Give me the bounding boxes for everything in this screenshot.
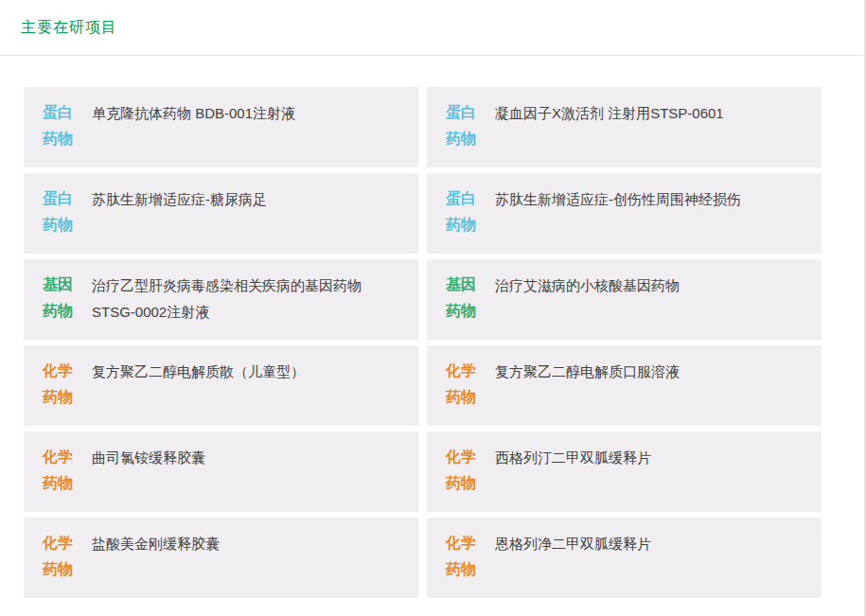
project-card: 蛋白药物 凝血因子X激活剂 注射用STSP-0601 [427, 87, 822, 167]
projects-grid: 蛋白药物 单克隆抗体药物 BDB-001注射液 蛋白药物 凝血因子X激活剂 注射… [24, 87, 822, 598]
category-label: 化学药物 [446, 530, 478, 583]
category-label: 化学药物 [43, 444, 75, 497]
category-label: 基因药物 [446, 272, 478, 325]
project-card: 化学药物 复方聚乙二醇电解质口服溶液 [427, 345, 822, 426]
project-name: 恩格列净二甲双胍缓释片 [495, 530, 651, 557]
section-header: 主要在研项目 [0, 0, 864, 56]
project-name: 复方聚乙二醇电解质口服溶液 [495, 358, 680, 385]
project-name: 治疗乙型肝炎病毒感染相关疾病的基因药物 STSG-0002注射液 [92, 272, 403, 326]
project-name: 苏肽生新增适应症-糖尿病足 [92, 185, 267, 213]
project-name: 治疗艾滋病的小核酸基因药物 [495, 272, 680, 299]
project-card: 蛋白药物 苏肽生新增适应症-创伤性周围神经损伤 [427, 173, 822, 254]
category-label: 化学药物 [43, 358, 75, 411]
project-card: 蛋白药物 苏肽生新增适应症-糖尿病足 [24, 173, 418, 254]
project-card: 化学药物 恩格列净二甲双胍缓释片 [427, 518, 822, 598]
project-card: 蛋白药物 单克隆抗体药物 BDB-001注射液 [24, 87, 418, 167]
project-card: 基因药物 治疗艾滋病的小核酸基因药物 [427, 259, 822, 340]
project-name: 盐酸美金刚缓释胶囊 [92, 530, 220, 557]
project-name: 凝血因子X激活剂 注射用STSP-0601 [495, 99, 724, 127]
category-label: 蛋白药物 [43, 185, 75, 238]
project-name: 复方聚乙二醇电解质散（儿童型） [92, 358, 305, 385]
page-title: 主要在研项目 [21, 18, 117, 38]
project-name: 西格列汀二甲双胍缓释片 [495, 444, 651, 471]
project-card: 化学药物 曲司氯铵缓释胶囊 [24, 431, 418, 512]
category-label: 化学药物 [446, 358, 478, 411]
project-card: 化学药物 复方聚乙二醇电解质散（儿童型） [24, 345, 418, 426]
category-label: 蛋白药物 [446, 99, 478, 152]
project-card: 化学药物 西格列汀二甲双胍缓释片 [427, 431, 822, 512]
category-label: 化学药物 [446, 444, 478, 497]
rd-projects-section: 主要在研项目 蛋白药物 单克隆抗体药物 BDB-001注射液 蛋白药物 凝血因子… [0, 0, 866, 616]
category-label: 基因药物 [43, 272, 75, 325]
category-label: 蛋白药物 [446, 185, 478, 238]
project-name: 曲司氯铵缓释胶囊 [92, 444, 205, 471]
category-label: 化学药物 [43, 530, 75, 583]
project-name: 单克隆抗体药物 BDB-001注射液 [92, 99, 295, 127]
project-name: 苏肽生新增适应症-创伤性周围神经损伤 [495, 185, 741, 213]
category-label: 蛋白药物 [43, 99, 75, 152]
project-card: 基因药物 治疗乙型肝炎病毒感染相关疾病的基因药物 STSG-0002注射液 [24, 259, 418, 340]
project-card: 化学药物 盐酸美金刚缓释胶囊 [24, 518, 418, 598]
